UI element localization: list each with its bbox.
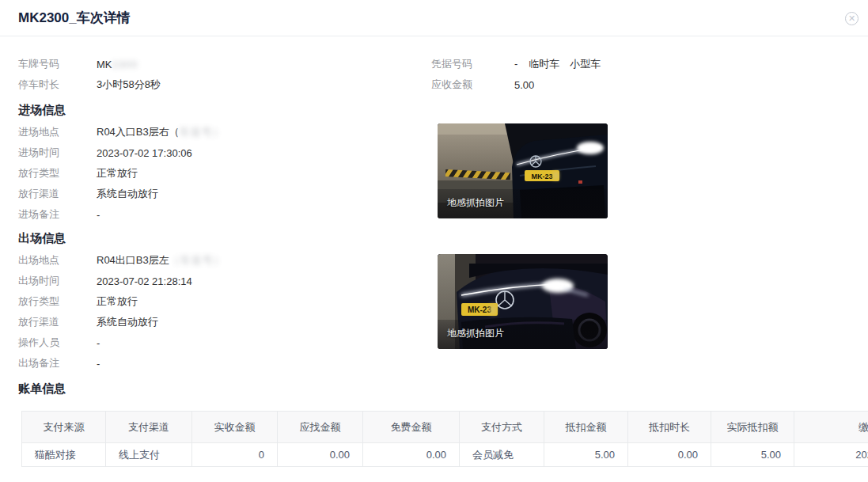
- field-label: 凭据号码: [431, 57, 514, 71]
- field-value: 正常放行: [97, 294, 138, 309]
- entry-section-title: 进场信息: [18, 101, 868, 119]
- field-label: 出场备注: [18, 356, 97, 370]
- field-amount-receivable: 应收金额 5.00: [431, 74, 868, 95]
- col-payment-source: 支付来源: [22, 412, 106, 443]
- cell-payment-channel: 线上支付: [106, 443, 192, 467]
- col-actual-deduction: 实际抵扣额: [711, 412, 794, 443]
- masked-text: 2300: [112, 59, 138, 70]
- photo-caption: 地感抓拍图片: [447, 196, 504, 210]
- field-value: MK2300: [97, 59, 138, 70]
- field-plate-number: 车牌号码 MK2300: [18, 54, 431, 74]
- field-value: 3小时58分8秒: [97, 78, 161, 92]
- col-received-amount: 实收金额: [192, 412, 278, 443]
- col-free-amount: 免费金额: [363, 412, 460, 443]
- field-value: R04入口B3层右（车道号）: [97, 125, 224, 139]
- exit-plate-text: MK-23: [468, 306, 491, 314]
- field-label: 放行渠道: [18, 187, 97, 201]
- masked-text: 车道号）: [180, 126, 224, 138]
- field-label: 放行渠道: [18, 315, 97, 329]
- summary-section: 车牌号码 MK2300 停车时长 3小时58分8秒 凭据号码 -临时车小型车 应…: [18, 54, 868, 95]
- field-label: 车牌号码: [18, 57, 97, 71]
- field-voucher-number: 凭据号码 -临时车小型车: [431, 54, 868, 74]
- dialog-body: 车牌号码 MK2300 停车时长 3小时58分8秒 凭据号码 -临时车小型车 应…: [0, 36, 868, 467]
- field-value: R04出口B3层左（车道号）: [97, 253, 225, 268]
- bill-section-title: 账单信息: [18, 380, 868, 397]
- field-label: 出场时间: [18, 274, 97, 288]
- cell-payment-time: 2023-07-02 21:28:14: [794, 443, 868, 467]
- cell-free-amount: 0.00: [363, 443, 460, 467]
- col-change-amount: 应找金额: [278, 412, 363, 443]
- field-label: 操作人员: [18, 336, 97, 350]
- field-value: -: [97, 337, 100, 349]
- bill-table: 支付来源 支付渠道 实收金额 应找金额 免费金额 支付方式 抵扣金额 抵扣时长 …: [21, 411, 868, 467]
- field-value: 系统自动放行: [97, 315, 158, 329]
- field-value: 正常放行: [97, 166, 138, 180]
- vehicle-type-tag: 临时车: [529, 58, 559, 70]
- trip-detail-dialog: MK2300_车次详情 ✕ 车牌号码 MK2300 停车时长 3小时58分8秒 …: [0, 0, 868, 482]
- field-parking-duration: 停车时长 3小时58分8秒: [18, 74, 431, 95]
- close-icon[interactable]: ✕: [845, 12, 859, 25]
- col-payment-time: 缴费时间: [794, 412, 868, 443]
- vehicle-size-tag: 小型车: [570, 58, 601, 70]
- field-label: 放行类型: [18, 166, 97, 180]
- photo-caption: 地感抓拍图片: [447, 327, 504, 340]
- cell-payment-method: 会员减免: [460, 443, 544, 467]
- bill-table-scrollbar[interactable]: 支付来源 支付渠道 实收金额 应找金额 免费金额 支付方式 抵扣金额 抵扣时长 …: [21, 411, 868, 467]
- field-value: 2023-07-02 21:28:14: [97, 275, 192, 287]
- dialog-title: MK2300_车次详情: [18, 0, 131, 36]
- bill-header-row: 支付来源 支付渠道 实收金额 应找金额 免费金额 支付方式 抵扣金额 抵扣时长 …: [22, 412, 868, 443]
- field-label: 进场备注: [18, 207, 97, 222]
- cell-deduction-duration: 0.00: [628, 443, 711, 467]
- cell-actual-deduction: 5.00: [711, 443, 794, 467]
- cell-received-amount: 0: [192, 443, 278, 467]
- dialog-header: MK2300_车次详情 ✕: [0, 0, 868, 36]
- col-payment-channel: 支付渠道: [106, 412, 192, 443]
- field-value: -: [97, 358, 100, 370]
- field-exit-remark: 出场备注 -: [18, 353, 868, 374]
- field-value: 5.00: [514, 79, 534, 91]
- exit-capture-photo[interactable]: MK-23 地感抓拍图片: [438, 254, 608, 349]
- cell-change-amount: 0.00: [278, 443, 363, 467]
- field-label: 出场地点: [18, 253, 97, 268]
- bill-table-row: 猫酷对接 线上支付 0 0.00 0.00 会员减免 5.00 0.00 5.0…: [22, 443, 868, 467]
- field-label: 进场时间: [18, 146, 97, 160]
- field-label: 放行类型: [18, 294, 97, 309]
- field-label: 应收金额: [431, 78, 514, 92]
- entry-capture-photo[interactable]: MK-23 地感抓拍图片: [438, 123, 608, 218]
- col-deduction-amount: 抵扣金额: [544, 412, 628, 443]
- exit-section-title: 出场信息: [18, 230, 868, 247]
- field-label: 停车时长: [18, 78, 97, 92]
- field-label: 进场地点: [18, 125, 97, 139]
- field-value: -临时车小型车: [514, 57, 611, 71]
- cell-payment-source: 猫酷对接: [22, 443, 106, 467]
- field-value: 系统自动放行: [97, 187, 158, 201]
- entry-plate-text: MK-23: [531, 173, 552, 180]
- field-value: -: [97, 209, 100, 221]
- field-value: 2023-07-02 17:30:06: [97, 147, 192, 159]
- cell-deduction-amount: 5.00: [544, 443, 628, 467]
- col-deduction-duration: 抵扣时长: [628, 412, 711, 443]
- masked-text: （车道号）: [169, 254, 225, 266]
- col-payment-method: 支付方式: [460, 412, 544, 443]
